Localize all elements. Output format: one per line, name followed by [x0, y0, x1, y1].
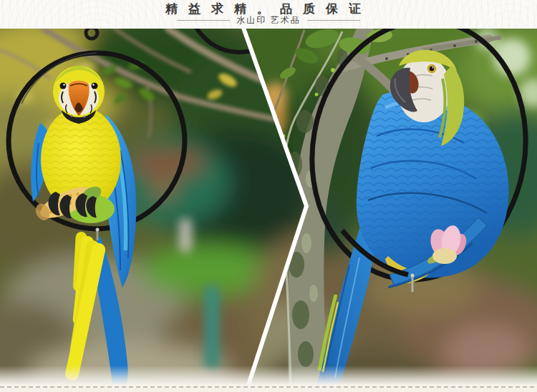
banner-header: 精益求精。品质保证 水山印 艺术品	[0, 0, 537, 29]
perforation-footer	[0, 384, 537, 392]
photo-strip	[0, 29, 537, 384]
subtitle-right-rule	[307, 20, 360, 21]
subtitle-left-rule	[177, 20, 230, 21]
banner-title: 精益求精。品质保证	[0, 0, 537, 15]
banner-subtitle: 水山印 艺术品	[236, 14, 300, 26]
product-banner-page: 精益求精。品质保证 水山印 艺术品	[0, 0, 537, 392]
perforation-line	[0, 386, 537, 388]
banner-subtitle-row: 水山印 艺术品	[0, 15, 537, 26]
